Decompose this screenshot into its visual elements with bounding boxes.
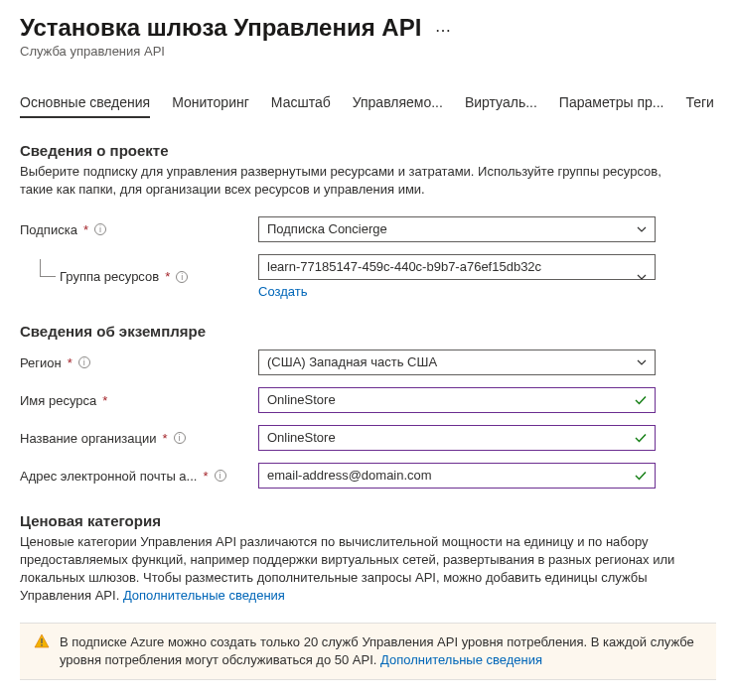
tab-basics[interactable]: Основные сведения <box>20 94 150 118</box>
callout-learn-more-link[interactable]: Дополнительные сведения <box>380 652 542 667</box>
instance-heading: Сведения об экземпляре <box>20 323 716 340</box>
tab-managed[interactable]: Управляемо... <box>353 94 443 118</box>
project-heading: Сведения о проекте <box>20 142 716 159</box>
subtitle: Служба управления API <box>20 44 716 59</box>
check-icon <box>634 469 648 483</box>
check-icon <box>634 431 648 445</box>
info-icon[interactable]: i <box>215 470 226 482</box>
tab-tags[interactable]: Теги <box>685 94 713 118</box>
organization-label: Название организации * i <box>20 431 258 446</box>
info-icon[interactable]: i <box>78 356 90 368</box>
learn-more-link[interactable]: Дополнительные сведения <box>123 588 285 603</box>
tab-scale[interactable]: Масштаб <box>271 94 331 118</box>
svg-rect-1 <box>41 644 42 646</box>
resource-name-label: Имя ресурса * <box>20 393 258 408</box>
pricing-heading: Ценовая категория <box>20 512 716 529</box>
subscription-select[interactable]: Подписка Concierge <box>258 216 656 242</box>
region-select[interactable]: (США) Западная часть США <box>258 350 656 375</box>
admin-email-label: Адрес электронной почты а... * i <box>20 469 258 484</box>
tabs: Основные сведения Мониторинг Масштаб Упр… <box>20 94 716 118</box>
create-new-link[interactable]: Создать <box>258 284 656 299</box>
info-icon[interactable]: i <box>174 432 186 444</box>
page-title: Установка шлюза Управления API <box>20 14 421 42</box>
subscription-label: Подписка * i <box>20 222 258 237</box>
resourcegroup-select[interactable]: learn-77185147-459c-440c-b9b7-a76ef15db3… <box>258 254 656 280</box>
info-icon[interactable]: i <box>94 223 106 235</box>
warning-callout: В подписке Azure можно создать только 20… <box>20 623 716 680</box>
svg-rect-0 <box>41 638 42 643</box>
tab-virtual[interactable]: Виртуаль... <box>465 94 537 118</box>
check-icon <box>634 393 648 407</box>
tree-line-icon <box>40 259 56 277</box>
region-label: Регион * i <box>20 355 258 370</box>
project-description: Выберите подписку для управления разверн… <box>20 163 695 199</box>
tab-monitoring[interactable]: Мониторинг <box>172 94 249 118</box>
resource-name-input[interactable]: OnlineStore <box>258 387 656 413</box>
admin-email-input[interactable]: email-address@domain.com <box>258 463 656 489</box>
pricing-description: Ценовые категории Управления API различа… <box>20 533 695 605</box>
resourcegroup-label: Группа ресурсов * i <box>20 269 258 284</box>
more-icon[interactable]: ⋯ <box>435 17 453 40</box>
info-icon[interactable]: i <box>176 271 188 283</box>
tab-protocol[interactable]: Параметры пр... <box>559 94 664 118</box>
organization-input[interactable]: OnlineStore <box>258 425 656 451</box>
warning-icon <box>34 633 50 649</box>
